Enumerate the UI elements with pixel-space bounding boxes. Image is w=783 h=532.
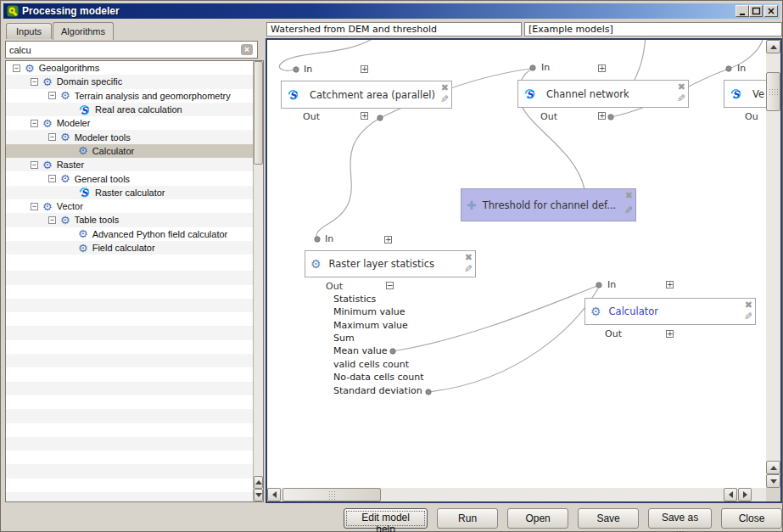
collapse-expander-icon[interactable]: −	[48, 92, 56, 99]
collapse-expander-icon[interactable]: −	[48, 216, 56, 224]
delete-node-icon[interactable]: ✖	[678, 81, 685, 92]
canvas-vscroll-thumb[interactable]	[766, 72, 780, 111]
edit-node-icon[interactable]: ✎	[464, 263, 473, 275]
collapse-expander-icon[interactable]: −	[31, 78, 38, 86]
edit-model-help-button[interactable]: Edit model help	[344, 508, 428, 529]
gear-icon: ⚙	[60, 173, 70, 184]
canvas-scroll-down-button[interactable]	[766, 474, 780, 488]
open-button[interactable]: Open	[507, 508, 568, 529]
output-no-data-cells-count[interactable]: No-data cells count	[333, 372, 424, 383]
output-statistics[interactable]: Statistics	[333, 294, 376, 305]
rasterstats-out-label: Out	[326, 281, 343, 292]
channel-out-label: Out	[540, 111, 557, 122]
title-bar[interactable]: Processing modeler	[3, 3, 780, 19]
maximize-button[interactable]	[749, 5, 763, 17]
node-catchment-area[interactable]: Catchment area (parallel) ✖ ✎	[281, 81, 452, 109]
node-vertical-partial[interactable]: Ve	[724, 80, 766, 108]
edit-node-icon[interactable]: ✎	[440, 93, 449, 105]
edit-node-icon[interactable]: ✎	[624, 204, 633, 216]
canvas-scroll-left-button[interactable]	[267, 488, 281, 501]
tree-item-table-tools[interactable]: − ⚙ Table tools	[6, 213, 253, 227]
canvas-scroll-up-button-2[interactable]	[766, 461, 780, 474]
canvas-hscroll-thumb[interactable]	[282, 488, 381, 501]
port-dot-calculator-in	[596, 283, 601, 288]
edit-node-icon[interactable]: ✎	[744, 311, 752, 322]
collapse-expander-icon[interactable]: −	[48, 175, 56, 182]
catchment-in-expander[interactable]: +	[361, 65, 368, 73]
canvas-scroll-right-button[interactable]	[738, 488, 752, 501]
algorithm-tree: − ⚙ Geoalgorithms − ⚙ Domain specific − …	[5, 60, 264, 502]
delete-node-icon[interactable]: ✖	[441, 82, 449, 93]
tree-item-geoalgorithms[interactable]: − ⚙ Geoalgorithms	[6, 61, 253, 75]
tree-empty-area	[6, 257, 253, 501]
clear-search-icon[interactable]: ×	[241, 44, 253, 55]
gear-icon: ⚙	[60, 132, 70, 143]
tab-algorithms[interactable]: Algorithms	[53, 22, 114, 40]
tree-item-raster[interactable]: − ⚙ Raster	[6, 158, 253, 171]
tree-scrollbar[interactable]	[253, 61, 263, 501]
collapse-expander-icon[interactable]: −	[13, 64, 20, 72]
delete-node-icon[interactable]: ✖	[625, 190, 633, 201]
tree-item-domain-specific[interactable]: − ⚙ Domain specific	[6, 75, 253, 88]
close-window-button[interactable]	[764, 5, 778, 17]
output-maximum-value[interactable]: Maximum value	[333, 320, 408, 331]
tree-item-modeler-tools[interactable]: − ⚙ Modeler tools	[6, 130, 253, 143]
algorithm-search-input[interactable]	[5, 41, 258, 59]
channel-out-expander[interactable]: +	[598, 112, 606, 120]
tree-item-raster-calculator[interactable]: − Raster calculator	[6, 186, 253, 199]
node-raster-layer-statistics[interactable]: ⚙ Raster layer statistics ✖ ✎	[305, 250, 476, 277]
tree-item-vector[interactable]: − ⚙ Vector	[6, 199, 253, 213]
tree-item-field-calculator[interactable]: − ⚙ Field calculator	[6, 241, 253, 255]
output-sum[interactable]: Sum	[333, 333, 355, 344]
qgis-app-icon	[7, 5, 19, 17]
tab-inputs[interactable]: Inputs	[6, 23, 52, 39]
tree-item-general-tools[interactable]: − ⚙ General tools	[6, 171, 253, 185]
rasterstats-in-expander[interactable]: +	[384, 236, 392, 244]
model-group-field[interactable]: [Example models]	[524, 22, 782, 36]
tree-item-terrain-analysis[interactable]: − ⚙ Terrain analysis and geomorphometry	[6, 89, 253, 103]
minimize-button[interactable]	[735, 5, 749, 17]
node-calculator[interactable]: ⚙ Calculator ✖ ✎	[584, 298, 756, 325]
catchment-out-expander[interactable]: +	[361, 112, 368, 120]
save-button[interactable]: Save	[578, 508, 639, 529]
output-minimum-value[interactable]: Minimum value	[333, 306, 405, 317]
canvas-vertical-scrollbar[interactable]	[766, 40, 780, 488]
delete-node-icon[interactable]: ✖	[745, 300, 752, 311]
save-as-button[interactable]: Save as ...	[648, 508, 712, 529]
canvas-scroll-left-button-2[interactable]	[724, 488, 737, 501]
node-channel-network[interactable]: Channel network ✖ ✎	[517, 80, 689, 108]
output-mean-value[interactable]: Mean value	[333, 345, 388, 356]
tree-item-advanced-python-field-calculator[interactable]: − ⚙ Advanced Python field calculator	[6, 227, 253, 241]
tree-item-label: Advanced Python field calculator	[92, 229, 228, 239]
delete-node-icon[interactable]: ✖	[465, 252, 473, 263]
tree-item-label: Geoalgorithms	[39, 63, 100, 73]
rasterstats-out-collapser[interactable]: −	[386, 282, 394, 289]
tree-scroll-up-button[interactable]	[254, 476, 263, 489]
tree-scroll-down-button[interactable]	[254, 489, 263, 501]
calculator-in-expander[interactable]: +	[666, 281, 674, 288]
channel-in-expander[interactable]: +	[598, 64, 606, 72]
tree-item-modeler[interactable]: − ⚙ Modeler	[6, 116, 253, 130]
tree-item-real-area-calculation[interactable]: − Real area calculation	[6, 103, 253, 116]
tree-scrollbar-thumb[interactable]	[254, 61, 263, 165]
run-button[interactable]: Run	[437, 508, 498, 529]
node-threshold-input[interactable]: ✚ Threshold for channel def... ✖ ✎	[461, 188, 636, 221]
tree-item-label: Modeler tools	[75, 132, 131, 143]
edit-node-icon[interactable]: ✎	[677, 92, 685, 104]
tree-item-calculator[interactable]: − ⚙ Calculator	[6, 144, 253, 158]
output-standard-deviation[interactable]: Standard deviation	[333, 385, 422, 396]
output-valid-cells-count[interactable]: valid cells count	[333, 359, 409, 370]
canvas-scroll-up-button[interactable]	[766, 40, 780, 53]
edge-meanvalue-to-calculator-in	[393, 286, 597, 351]
channel-in-label: In	[541, 62, 550, 73]
collapse-expander-icon[interactable]: −	[31, 120, 38, 127]
calculator-out-expander[interactable]: +	[666, 330, 674, 338]
collapse-expander-icon[interactable]: −	[48, 133, 56, 141]
model-canvas[interactable]: In + Catchment area (parallel) ✖ ✎ Out +…	[267, 40, 766, 488]
close-button[interactable]: Close	[721, 508, 782, 529]
canvas-horizontal-scrollbar[interactable]	[267, 488, 766, 501]
collapse-expander-icon[interactable]: −	[31, 203, 38, 210]
collapse-expander-icon[interactable]: −	[31, 161, 38, 169]
ve-in-label: In	[737, 63, 746, 74]
model-name-field[interactable]: Watershed from DEM and threshold	[266, 22, 522, 36]
